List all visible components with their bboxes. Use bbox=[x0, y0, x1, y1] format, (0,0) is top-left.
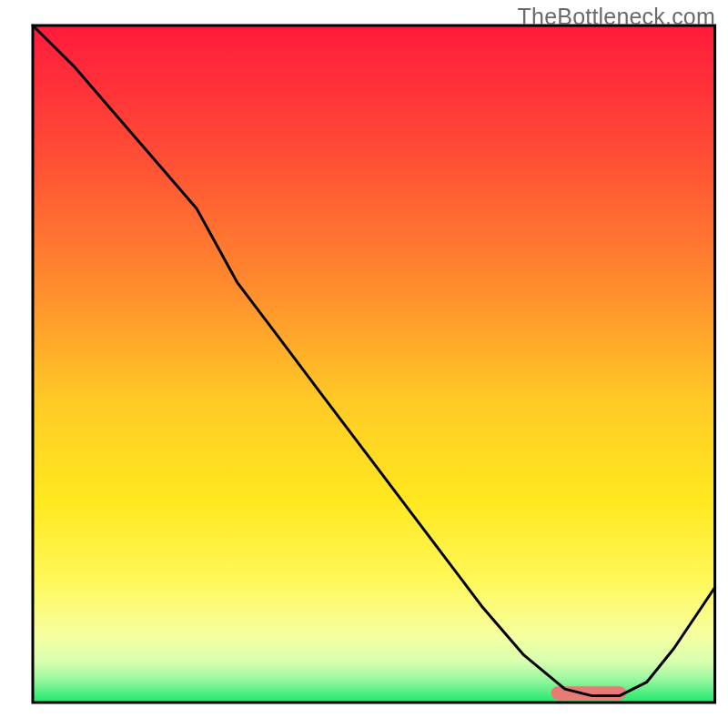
watermark-text: TheBottleneck.com bbox=[518, 4, 715, 30]
gradient-background bbox=[33, 25, 715, 703]
chart-container: TheBottleneck.com bbox=[0, 0, 728, 728]
bottleneck-chart bbox=[0, 0, 728, 728]
